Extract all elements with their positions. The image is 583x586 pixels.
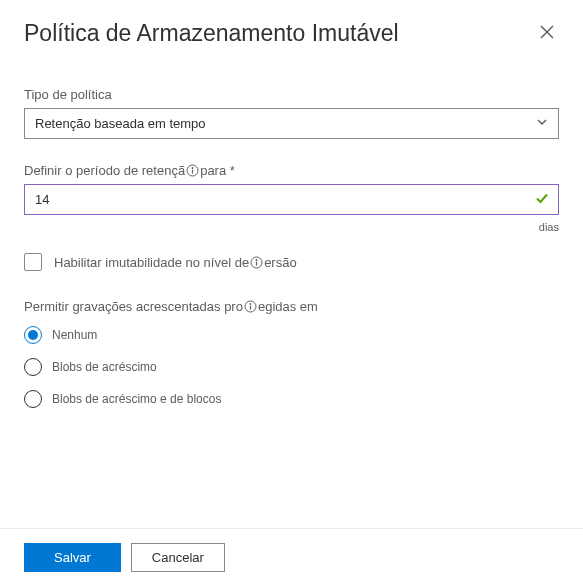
panel-header: Política de Armazenamento Imutável xyxy=(24,20,559,47)
svg-rect-4 xyxy=(192,170,193,174)
append-writes-radio-group: Nenhum Blobs de acréscimo Blobs de acrés… xyxy=(24,326,559,408)
policy-type-dropdown[interactable]: Retenção baseada em tempo xyxy=(24,108,559,139)
radio-button[interactable] xyxy=(24,390,42,408)
radio-dot-icon xyxy=(28,330,38,340)
append-writes-label: Permitir gravações acrescentadas pro egi… xyxy=(24,299,559,314)
page-title: Política de Armazenamento Imutável xyxy=(24,20,399,47)
radio-option-append-block[interactable]: Blobs de acréscimo e de blocos xyxy=(24,390,559,408)
info-icon[interactable] xyxy=(186,164,199,177)
radio-option-append[interactable]: Blobs de acréscimo xyxy=(24,358,559,376)
version-level-checkbox[interactable] xyxy=(24,253,42,271)
retention-unit: dias xyxy=(24,221,559,233)
radio-button[interactable] xyxy=(24,326,42,344)
svg-point-9 xyxy=(250,303,252,305)
panel-footer: Salvar Cancelar xyxy=(0,528,583,586)
save-button[interactable]: Salvar xyxy=(24,543,121,572)
retention-period-label: Definir o período de retençã para * xyxy=(24,163,559,178)
radio-label: Nenhum xyxy=(52,328,97,342)
svg-rect-10 xyxy=(250,306,251,310)
svg-rect-7 xyxy=(256,261,257,265)
close-button[interactable] xyxy=(535,20,559,47)
radio-option-none[interactable]: Nenhum xyxy=(24,326,559,344)
policy-type-value: Retenção baseada em tempo xyxy=(35,116,206,131)
chevron-down-icon xyxy=(536,116,548,131)
version-level-checkbox-row[interactable]: Habilitar imutabilidade no nível de ersã… xyxy=(24,253,559,271)
policy-type-label: Tipo de política xyxy=(24,87,559,102)
version-level-label: Habilitar imutabilidade no nível de ersã… xyxy=(54,255,297,270)
svg-point-3 xyxy=(192,167,194,169)
immutable-policy-panel: Política de Armazenamento Imutável Tipo … xyxy=(0,0,583,408)
close-icon xyxy=(539,24,555,44)
svg-point-6 xyxy=(256,259,258,261)
retention-period-input[interactable] xyxy=(24,184,559,215)
cancel-button[interactable]: Cancelar xyxy=(131,543,225,572)
checkmark-icon xyxy=(535,191,549,208)
info-icon[interactable] xyxy=(250,256,263,269)
radio-label: Blobs de acréscimo e de blocos xyxy=(52,392,221,406)
radio-button[interactable] xyxy=(24,358,42,376)
retention-input-wrapper xyxy=(24,184,559,215)
info-icon[interactable] xyxy=(244,300,257,313)
radio-label: Blobs de acréscimo xyxy=(52,360,157,374)
